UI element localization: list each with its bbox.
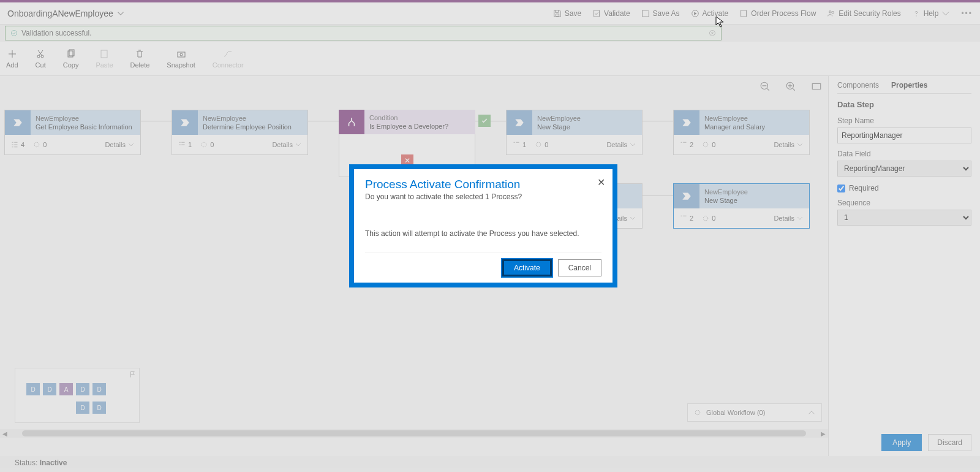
modal-body: This action will attempt to activate the… [365, 229, 601, 238]
modal-close-button[interactable]: ✕ [597, 177, 605, 188]
modal-activate-button[interactable]: Activate [502, 259, 552, 276]
modal-subtitle: Do you want to activate the selected 1 P… [365, 192, 601, 201]
modal-title: Process Activate Confirmation [365, 178, 601, 191]
modal-cancel-button[interactable]: Cancel [558, 259, 601, 276]
activate-confirmation-modal: ✕ Process Activate Confirmation Do you w… [349, 164, 617, 287]
